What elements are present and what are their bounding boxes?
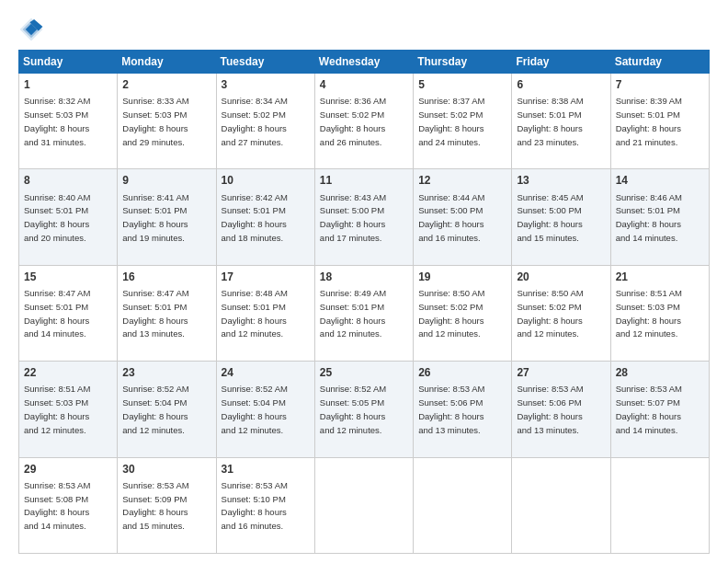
day-detail: Sunrise: 8:50 AMSunset: 5:02 PMDaylight:… xyxy=(517,288,583,339)
calendar-week-row: 29 Sunrise: 8:53 AMSunset: 5:08 PMDaylig… xyxy=(19,457,710,553)
calendar-week-row: 1 Sunrise: 8:32 AMSunset: 5:03 PMDayligh… xyxy=(19,74,710,169)
day-detail: Sunrise: 8:53 AMSunset: 5:06 PMDaylight:… xyxy=(517,384,583,434)
day-detail: Sunrise: 8:47 AMSunset: 5:01 PMDaylight:… xyxy=(24,288,90,339)
day-number: 20 xyxy=(517,270,605,284)
day-detail: Sunrise: 8:53 AMSunset: 5:08 PMDaylight:… xyxy=(24,480,90,531)
day-number: 4 xyxy=(320,77,408,92)
calendar-week-row: 22 Sunrise: 8:51 AMSunset: 5:03 PMDaylig… xyxy=(19,362,710,457)
day-number: 31 xyxy=(222,462,310,477)
day-detail: Sunrise: 8:47 AMSunset: 5:01 PMDaylight:… xyxy=(122,288,188,339)
day-number: 27 xyxy=(517,365,605,380)
calendar-cell: 15 Sunrise: 8:47 AMSunset: 5:01 PMDaylig… xyxy=(19,265,118,361)
calendar-cell: 16 Sunrise: 8:47 AMSunset: 5:01 PMDaylig… xyxy=(118,265,216,361)
calendar-cell xyxy=(314,457,413,553)
th-thursday: Thursday xyxy=(414,51,512,74)
calendar-cell: 5 Sunrise: 8:37 AMSunset: 5:02 PMDayligh… xyxy=(414,74,512,169)
calendar-cell: 24 Sunrise: 8:52 AMSunset: 5:04 PMDaylig… xyxy=(216,362,314,457)
day-number: 12 xyxy=(418,173,506,188)
day-number: 2 xyxy=(122,77,210,92)
day-number: 15 xyxy=(24,270,112,284)
day-detail: Sunrise: 8:53 AMSunset: 5:06 PMDaylight:… xyxy=(418,384,484,434)
day-detail: Sunrise: 8:51 AMSunset: 5:03 PMDaylight:… xyxy=(24,384,90,434)
calendar-cell: 11 Sunrise: 8:43 AMSunset: 5:00 PMDaylig… xyxy=(314,169,413,265)
calendar-cell: 1 Sunrise: 8:32 AMSunset: 5:03 PMDayligh… xyxy=(19,74,118,169)
calendar-cell: 10 Sunrise: 8:42 AMSunset: 5:01 PMDaylig… xyxy=(216,169,314,265)
day-detail: Sunrise: 8:33 AMSunset: 5:03 PMDaylight:… xyxy=(122,96,188,146)
day-number: 21 xyxy=(616,270,704,284)
day-detail: Sunrise: 8:49 AMSunset: 5:01 PMDaylight:… xyxy=(320,288,386,339)
calendar-cell: 30 Sunrise: 8:53 AMSunset: 5:09 PMDaylig… xyxy=(118,457,216,553)
day-number: 26 xyxy=(418,365,506,380)
top-header xyxy=(18,17,710,42)
day-detail: Sunrise: 8:34 AMSunset: 5:02 PMDaylight:… xyxy=(222,96,288,146)
calendar-cell: 28 Sunrise: 8:53 AMSunset: 5:07 PMDaylig… xyxy=(610,362,709,457)
calendar-cell: 20 Sunrise: 8:50 AMSunset: 5:02 PMDaylig… xyxy=(512,265,610,361)
calendar-cell: 18 Sunrise: 8:49 AMSunset: 5:01 PMDaylig… xyxy=(314,265,413,361)
day-detail: Sunrise: 8:36 AMSunset: 5:02 PMDaylight:… xyxy=(320,96,386,146)
day-detail: Sunrise: 8:32 AMSunset: 5:03 PMDaylight:… xyxy=(24,96,90,146)
th-saturday: Saturday xyxy=(610,51,709,74)
day-detail: Sunrise: 8:46 AMSunset: 5:01 PMDaylight:… xyxy=(616,192,682,243)
calendar-cell xyxy=(610,457,709,553)
day-detail: Sunrise: 8:52 AMSunset: 5:05 PMDaylight:… xyxy=(320,384,386,434)
day-detail: Sunrise: 8:40 AMSunset: 5:01 PMDaylight:… xyxy=(24,192,90,243)
calendar-cell: 26 Sunrise: 8:53 AMSunset: 5:06 PMDaylig… xyxy=(414,362,512,457)
calendar-header-row: Sunday Monday Tuesday Wednesday Thursday… xyxy=(19,51,710,74)
day-detail: Sunrise: 8:53 AMSunset: 5:07 PMDaylight:… xyxy=(616,384,682,434)
calendar-cell: 3 Sunrise: 8:34 AMSunset: 5:02 PMDayligh… xyxy=(216,74,314,169)
calendar-cell: 19 Sunrise: 8:50 AMSunset: 5:02 PMDaylig… xyxy=(414,265,512,361)
calendar-cell: 9 Sunrise: 8:41 AMSunset: 5:01 PMDayligh… xyxy=(118,169,216,265)
day-detail: Sunrise: 8:50 AMSunset: 5:02 PMDaylight:… xyxy=(418,288,484,339)
page: Sunday Monday Tuesday Wednesday Thursday… xyxy=(0,0,728,563)
day-number: 5 xyxy=(418,77,506,92)
day-detail: Sunrise: 8:52 AMSunset: 5:04 PMDaylight:… xyxy=(122,384,188,434)
day-number: 10 xyxy=(222,173,310,188)
th-friday: Friday xyxy=(512,51,610,74)
day-detail: Sunrise: 8:48 AMSunset: 5:01 PMDaylight:… xyxy=(222,288,288,339)
day-number: 11 xyxy=(320,173,408,188)
day-detail: Sunrise: 8:45 AMSunset: 5:00 PMDaylight:… xyxy=(517,192,583,243)
calendar-cell xyxy=(414,457,512,553)
calendar-cell: 2 Sunrise: 8:33 AMSunset: 5:03 PMDayligh… xyxy=(118,74,216,169)
day-number: 9 xyxy=(122,173,210,188)
calendar-cell: 21 Sunrise: 8:51 AMSunset: 5:03 PMDaylig… xyxy=(610,265,709,361)
day-number: 1 xyxy=(24,77,112,92)
calendar-cell: 13 Sunrise: 8:45 AMSunset: 5:00 PMDaylig… xyxy=(512,169,610,265)
day-number: 16 xyxy=(122,270,210,284)
day-detail: Sunrise: 8:53 AMSunset: 5:10 PMDaylight:… xyxy=(222,480,288,531)
day-number: 29 xyxy=(24,462,112,477)
calendar-cell: 8 Sunrise: 8:40 AMSunset: 5:01 PMDayligh… xyxy=(19,169,118,265)
day-number: 13 xyxy=(517,173,605,188)
th-monday: Monday xyxy=(118,51,216,74)
calendar-cell: 4 Sunrise: 8:36 AMSunset: 5:02 PMDayligh… xyxy=(314,74,413,169)
day-detail: Sunrise: 8:38 AMSunset: 5:01 PMDaylight:… xyxy=(517,96,583,146)
th-tuesday: Tuesday xyxy=(216,51,314,74)
day-number: 8 xyxy=(24,173,112,188)
day-number: 22 xyxy=(24,365,112,380)
calendar-cell: 27 Sunrise: 8:53 AMSunset: 5:06 PMDaylig… xyxy=(512,362,610,457)
calendar-cell: 25 Sunrise: 8:52 AMSunset: 5:05 PMDaylig… xyxy=(314,362,413,457)
day-number: 7 xyxy=(616,77,704,92)
day-number: 25 xyxy=(320,365,408,380)
day-detail: Sunrise: 8:53 AMSunset: 5:09 PMDaylight:… xyxy=(122,480,188,531)
calendar-cell: 22 Sunrise: 8:51 AMSunset: 5:03 PMDaylig… xyxy=(19,362,118,457)
day-number: 18 xyxy=(320,270,408,284)
day-detail: Sunrise: 8:37 AMSunset: 5:02 PMDaylight:… xyxy=(418,96,484,146)
calendar-cell: 29 Sunrise: 8:53 AMSunset: 5:08 PMDaylig… xyxy=(19,457,118,553)
day-detail: Sunrise: 8:43 AMSunset: 5:00 PMDaylight:… xyxy=(320,192,386,243)
calendar-cell: 17 Sunrise: 8:48 AMSunset: 5:01 PMDaylig… xyxy=(216,265,314,361)
calendar-cell xyxy=(512,457,610,553)
calendar-cell: 14 Sunrise: 8:46 AMSunset: 5:01 PMDaylig… xyxy=(610,169,709,265)
day-number: 3 xyxy=(222,77,310,92)
calendar-cell: 31 Sunrise: 8:53 AMSunset: 5:10 PMDaylig… xyxy=(216,457,314,553)
day-number: 28 xyxy=(616,365,704,380)
calendar-week-row: 8 Sunrise: 8:40 AMSunset: 5:01 PMDayligh… xyxy=(19,169,710,265)
logo xyxy=(18,17,48,42)
day-number: 19 xyxy=(418,270,506,284)
day-detail: Sunrise: 8:41 AMSunset: 5:01 PMDaylight:… xyxy=(122,192,188,243)
day-detail: Sunrise: 8:39 AMSunset: 5:01 PMDaylight:… xyxy=(616,96,682,146)
th-wednesday: Wednesday xyxy=(314,51,413,74)
calendar-week-row: 15 Sunrise: 8:47 AMSunset: 5:01 PMDaylig… xyxy=(19,265,710,361)
th-sunday: Sunday xyxy=(19,51,118,74)
day-detail: Sunrise: 8:42 AMSunset: 5:01 PMDaylight:… xyxy=(222,192,288,243)
